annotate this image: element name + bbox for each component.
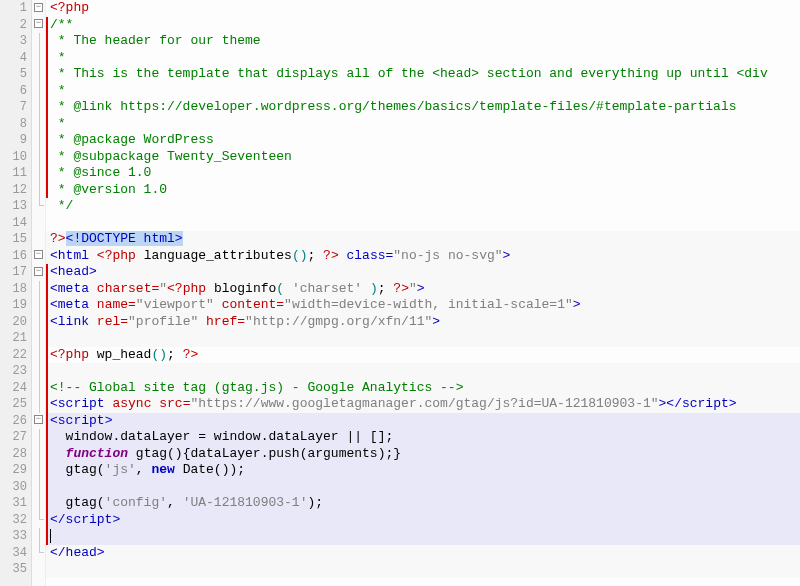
block-indicator bbox=[46, 413, 48, 430]
code-line[interactable]: * bbox=[46, 50, 800, 67]
code-token: * bbox=[50, 83, 66, 98]
block-indicator bbox=[46, 314, 48, 331]
code-token: class= bbox=[339, 248, 394, 263]
fold-marker[interactable]: − bbox=[32, 264, 45, 281]
line-number: 9 bbox=[0, 132, 27, 149]
code-token: "http://gmpg.org/xfn/11" bbox=[245, 314, 432, 329]
fold-marker bbox=[32, 182, 45, 199]
code-line[interactable]: * @subpackage Twenty_Seventeen bbox=[46, 149, 800, 166]
code-line[interactable]: <script async src="https://www.googletag… bbox=[46, 396, 800, 413]
code-line[interactable] bbox=[46, 215, 800, 232]
line-number: 21 bbox=[0, 330, 27, 347]
code-line[interactable] bbox=[46, 363, 800, 380]
code-line[interactable] bbox=[46, 479, 800, 496]
code-line[interactable]: <head> bbox=[46, 264, 800, 281]
block-indicator bbox=[46, 66, 48, 83]
fold-marker[interactable]: − bbox=[32, 0, 45, 17]
line-number: 5 bbox=[0, 66, 27, 83]
line-number: 14 bbox=[0, 215, 27, 232]
fold-toggle-icon[interactable]: − bbox=[34, 250, 43, 259]
code-line[interactable]: gtag('js', new Date()); bbox=[46, 462, 800, 479]
code-line[interactable] bbox=[46, 330, 800, 347]
line-number: 11 bbox=[0, 165, 27, 182]
code-line[interactable]: <script> bbox=[46, 413, 800, 430]
code-token: /** bbox=[50, 17, 73, 32]
fold-marker bbox=[32, 231, 45, 248]
code-line[interactable]: <meta name="viewport" content="width=dev… bbox=[46, 297, 800, 314]
block-indicator bbox=[46, 330, 48, 347]
code-token: ); bbox=[307, 495, 323, 510]
fold-toggle-icon[interactable]: − bbox=[34, 19, 43, 28]
fold-marker bbox=[32, 330, 45, 347]
code-line[interactable]: */ bbox=[46, 198, 800, 215]
code-line[interactable]: gtag('config', 'UA-121810903-1'); bbox=[46, 495, 800, 512]
code-line[interactable]: </head> bbox=[46, 545, 800, 562]
code-line[interactable]: <?php wp_head(); ?> bbox=[46, 347, 800, 364]
code-token: * The header for our theme bbox=[50, 33, 261, 48]
code-token: > bbox=[112, 512, 120, 527]
code-line[interactable]: <meta charset="<?php bloginfo( 'charset'… bbox=[46, 281, 800, 298]
code-token: * This is the template that displays all… bbox=[50, 66, 768, 81]
fold-marker bbox=[32, 50, 45, 67]
line-number: 4 bbox=[0, 50, 27, 67]
code-line[interactable]: * bbox=[46, 83, 800, 100]
code-line[interactable]: function gtag(){dataLayer.push(arguments… bbox=[46, 446, 800, 463]
fold-marker[interactable]: − bbox=[32, 413, 45, 430]
code-token: > bbox=[417, 281, 425, 296]
code-line[interactable]: /** bbox=[46, 17, 800, 34]
code-line[interactable]: <?php bbox=[46, 0, 800, 17]
code-line[interactable]: * bbox=[46, 116, 800, 133]
code-line[interactable]: </script> bbox=[46, 512, 800, 529]
fold-toggle-icon[interactable]: − bbox=[34, 267, 43, 276]
code-line[interactable] bbox=[46, 561, 800, 578]
code-line[interactable]: * @since 1.0 bbox=[46, 165, 800, 182]
code-token: * @link https://developer.wordpress.org/… bbox=[50, 99, 737, 114]
code-area[interactable]: <?php/** * The header for our theme * * … bbox=[46, 0, 800, 586]
code-line[interactable]: ?><!DOCTYPE html> bbox=[46, 231, 800, 248]
code-token: </ bbox=[50, 545, 66, 560]
fold-marker bbox=[32, 66, 45, 83]
code-line[interactable] bbox=[46, 528, 800, 545]
block-indicator bbox=[46, 182, 48, 199]
code-line[interactable]: * This is the template that displays all… bbox=[46, 66, 800, 83]
block-indicator bbox=[46, 50, 48, 67]
fold-marker bbox=[32, 198, 45, 215]
code-line[interactable]: <html <?php language_attributes(); ?> cl… bbox=[46, 248, 800, 265]
line-number: 23 bbox=[0, 363, 27, 380]
code-token: ; bbox=[378, 281, 394, 296]
code-token: window.dataLayer = window.dataLayer || [… bbox=[50, 429, 393, 444]
code-token: < bbox=[50, 248, 58, 263]
block-indicator bbox=[46, 132, 48, 149]
fold-marker[interactable]: − bbox=[32, 17, 45, 34]
fold-marker bbox=[32, 446, 45, 463]
fold-marker bbox=[32, 380, 45, 397]
code-line[interactable]: * @version 1.0 bbox=[46, 182, 800, 199]
code-token: <!-- Global site tag (gtag.js) - Google … bbox=[50, 380, 463, 395]
fold-column[interactable]: −−−−− bbox=[32, 0, 46, 586]
code-token: gtag( bbox=[50, 495, 105, 510]
code-line[interactable]: * The header for our theme bbox=[46, 33, 800, 50]
code-token: Date()); bbox=[175, 462, 245, 477]
text-cursor bbox=[50, 529, 51, 543]
code-line[interactable]: * @package WordPress bbox=[46, 132, 800, 149]
code-line[interactable]: window.dataLayer = window.dataLayer || [… bbox=[46, 429, 800, 446]
fold-marker bbox=[32, 479, 45, 496]
line-number: 24 bbox=[0, 380, 27, 397]
code-token: gtag( bbox=[50, 462, 105, 477]
code-token: ( bbox=[276, 281, 292, 296]
code-token: script bbox=[58, 396, 113, 411]
fold-toggle-icon[interactable]: − bbox=[34, 415, 43, 424]
code-line[interactable]: <!-- Global site tag (gtag.js) - Google … bbox=[46, 380, 800, 397]
code-editor[interactable]: 1234567891011121314151617181920212223242… bbox=[0, 0, 800, 586]
code-token: */ bbox=[50, 198, 73, 213]
line-number-gutter: 1234567891011121314151617181920212223242… bbox=[0, 0, 32, 586]
fold-toggle-icon[interactable]: − bbox=[34, 3, 43, 12]
code-token: "no-js no-svg" bbox=[393, 248, 502, 263]
block-indicator bbox=[46, 297, 48, 314]
code-token: , bbox=[167, 495, 183, 510]
fold-marker[interactable]: − bbox=[32, 248, 45, 265]
code-token: < bbox=[50, 264, 58, 279]
code-token: name= bbox=[97, 297, 136, 312]
code-line[interactable]: <link rel="profile" href="http://gmpg.or… bbox=[46, 314, 800, 331]
code-line[interactable]: * @link https://developer.wordpress.org/… bbox=[46, 99, 800, 116]
